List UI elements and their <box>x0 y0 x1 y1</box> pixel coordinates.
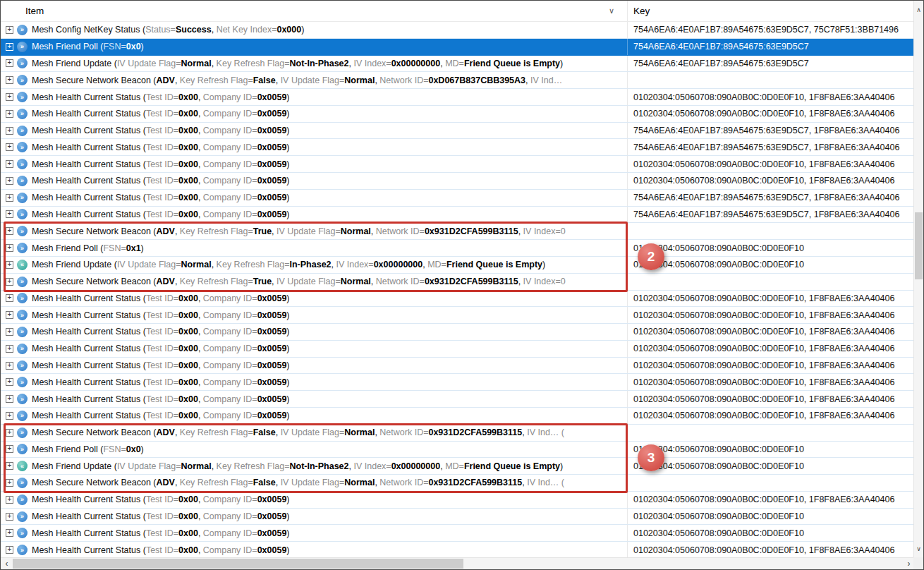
table-row[interactable]: +«Mesh Friend Update (IV Update Flag=Nor… <box>1 458 915 475</box>
expand-plus-icon[interactable]: + <box>6 278 13 286</box>
column-header-item[interactable]: Item ∨ <box>1 1 627 21</box>
table-row[interactable]: +»Mesh Health Current Status (Test ID=0x… <box>1 525 915 542</box>
message-forward-icon: » <box>17 126 28 136</box>
table-row[interactable]: +»Mesh Health Current Status (Test ID=0x… <box>1 173 915 190</box>
message-name-text: Mesh Friend Update ( <box>32 59 117 68</box>
table-row[interactable]: +»Mesh Health Current Status (Test ID=0x… <box>1 492 915 509</box>
param-name-text: Key Refresh Flag= <box>180 277 253 286</box>
table-row[interactable]: +»Mesh Health Current Status (Test ID=0x… <box>1 307 915 324</box>
expand-plus-icon[interactable]: + <box>6 93 13 101</box>
expand-plus-icon[interactable]: + <box>6 76 13 84</box>
item-cell: +»Mesh Secure Network Beacon (ADV, Key R… <box>1 274 627 290</box>
column-header-key[interactable]: Key <box>627 1 915 21</box>
expand-plus-icon[interactable]: + <box>6 311 13 319</box>
expand-plus-icon[interactable]: + <box>6 429 13 437</box>
message-name-text: , <box>175 226 180 236</box>
table-row[interactable]: +»Mesh Config NetKey Status (Status=Succ… <box>1 22 915 39</box>
table-row[interactable]: +»Mesh Health Current Status (Test ID=0x… <box>1 374 915 391</box>
key-header-label: Key <box>633 6 650 16</box>
expand-plus-icon[interactable]: + <box>6 546 13 554</box>
table-row[interactable]: +»Mesh Health Current Status (Test ID=0x… <box>1 291 915 308</box>
expand-plus-icon[interactable]: + <box>6 26 13 34</box>
table-row[interactable]: +»Mesh Secure Network Beacon (ADV, Key R… <box>1 425 915 442</box>
table-row[interactable]: +»Mesh Health Current Status (Test ID=0x… <box>1 156 915 173</box>
table-row[interactable]: +»Mesh Health Current Status (Test ID=0x… <box>1 341 915 358</box>
expand-plus-icon[interactable]: + <box>6 227 13 235</box>
table-row[interactable]: +»Mesh Secure Network Beacon (ADV, Key R… <box>1 223 915 240</box>
expand-plus-icon[interactable]: + <box>6 143 13 151</box>
expand-plus-icon[interactable]: + <box>6 529 13 537</box>
expand-plus-icon[interactable]: + <box>6 110 13 118</box>
horizontal-scrollbar[interactable]: ‹ › <box>1 557 915 569</box>
table-row[interactable]: +«Mesh Friend Update (IV Update Flag=Nor… <box>1 257 915 274</box>
expand-plus-icon[interactable]: + <box>6 395 13 403</box>
expand-plus-icon[interactable]: + <box>6 345 13 353</box>
param-name-text: MD= <box>445 461 464 471</box>
expand-plus-icon[interactable]: + <box>6 496 13 504</box>
param-value-text: 0x0059 <box>257 377 287 387</box>
key-text: 754A6EA6:4E0AF1B7:89A54675:63E9D5C7, 1F8… <box>633 210 899 219</box>
param-name-text: IV Update Flag= <box>117 461 181 471</box>
table-row[interactable]: +»Mesh Friend Poll (FSN=0x0)754A6EA6:4E0… <box>1 39 915 56</box>
table-row[interactable]: +»Mesh Health Current Status (Test ID=0x… <box>1 408 915 425</box>
table-row[interactable]: +»Mesh Secure Network Beacon (ADV, Key R… <box>1 274 915 291</box>
param-name-text: IV Update Flag= <box>281 75 345 85</box>
table-row[interactable]: +»Mesh Health Current Status (Test ID=0x… <box>1 106 915 123</box>
table-row[interactable]: +»Mesh Friend Poll (FSN=0x1)01020304:050… <box>1 240 915 257</box>
expand-plus-icon[interactable]: + <box>6 513 13 521</box>
message-name-text: Mesh Health Current Status ( <box>32 193 146 202</box>
param-value-text: 0x0059 <box>257 495 287 504</box>
table-row[interactable]: +»Mesh Secure Network Beacon (ADV, Key R… <box>1 72 915 89</box>
table-row[interactable]: +»Mesh Health Current Status (Test ID=0x… <box>1 391 915 408</box>
key-cell: 01020304:05060708:090A0B0C:0D0E0F10 <box>627 458 915 474</box>
table-row[interactable]: +»Mesh Health Current Status (Test ID=0x… <box>1 509 915 526</box>
item-text: Mesh Config NetKey Status (Status=Succes… <box>32 25 627 35</box>
vertical-scrollbar[interactable]: ∧ ∨ <box>913 1 923 559</box>
expand-plus-icon[interactable]: + <box>6 412 13 420</box>
param-name-text: Company ID= <box>203 528 257 538</box>
message-name-text: Mesh Health Current Status ( <box>32 142 146 152</box>
expand-plus-icon[interactable]: + <box>6 160 13 168</box>
expand-plus-icon[interactable]: + <box>6 261 13 269</box>
param-value-text: 0x00 <box>178 511 198 521</box>
table-row[interactable]: +»Mesh Secure Network Beacon (ADV, Key R… <box>1 475 915 492</box>
table-row[interactable]: +»Mesh Health Current Status (Test ID=0x… <box>1 542 915 559</box>
expand-plus-icon[interactable]: + <box>6 127 13 135</box>
table-row[interactable]: +»Mesh Friend Poll (FSN=0x0)01020304:050… <box>1 442 915 459</box>
table-row[interactable]: +»Mesh Health Current Status (Test ID=0x… <box>1 207 915 224</box>
expand-plus-icon[interactable]: + <box>6 59 13 67</box>
item-text: Mesh Secure Network Beacon (ADV, Key Ref… <box>32 75 627 85</box>
table-row[interactable]: +»Mesh Health Current Status (Test ID=0x… <box>1 324 915 341</box>
table-row[interactable]: +»Mesh Health Current Status (Test ID=0x… <box>1 190 915 207</box>
table-row[interactable]: +»Mesh Health Current Status (Test ID=0x… <box>1 139 915 156</box>
expand-plus-icon[interactable]: + <box>6 194 13 202</box>
scroll-left-icon[interactable]: ‹ <box>1 558 13 569</box>
table-row[interactable]: +»Mesh Health Current Status (Test ID=0x… <box>1 123 915 140</box>
message-forward-icon: » <box>17 511 28 522</box>
table-row[interactable]: +»Mesh Friend Update (IV Update Flag=Nor… <box>1 56 915 73</box>
expand-plus-icon[interactable]: + <box>6 328 13 336</box>
param-value-text: 0x0059 <box>257 344 287 353</box>
table-row[interactable]: +»Mesh Health Current Status (Test ID=0x… <box>1 358 915 375</box>
scroll-down-icon[interactable]: ∨ <box>914 546 923 552</box>
message-name-text: ) <box>560 461 563 471</box>
expand-plus-icon[interactable]: + <box>6 244 13 252</box>
scroll-up-icon[interactable]: ∧ <box>914 7 923 13</box>
expand-plus-icon[interactable]: + <box>6 378 13 386</box>
expand-plus-icon[interactable]: + <box>6 177 13 185</box>
expand-plus-icon[interactable]: + <box>6 462 13 470</box>
expand-plus-icon[interactable]: + <box>6 479 13 487</box>
expand-plus-icon[interactable]: + <box>6 362 13 370</box>
vertical-scrollbar-thumb[interactable] <box>915 212 923 279</box>
message-name-text: , <box>371 226 376 236</box>
expand-plus-icon[interactable]: + <box>6 43 13 51</box>
table-row[interactable]: +»Mesh Health Current Status (Test ID=0x… <box>1 89 915 106</box>
message-name-text: ) <box>286 511 289 521</box>
expand-plus-icon[interactable]: + <box>6 210 13 218</box>
key-cell: 01020304:05060708:090A0B0C:0D0E0F10 <box>627 525 915 541</box>
chevron-down-icon[interactable]: ∨ <box>609 6 614 15</box>
expand-plus-icon[interactable]: + <box>6 445 13 453</box>
expand-plus-icon[interactable]: + <box>6 294 13 302</box>
item-text: Mesh Health Current Status (Test ID=0x00… <box>32 411 627 420</box>
horizontal-scrollbar-thumb[interactable] <box>13 559 463 569</box>
